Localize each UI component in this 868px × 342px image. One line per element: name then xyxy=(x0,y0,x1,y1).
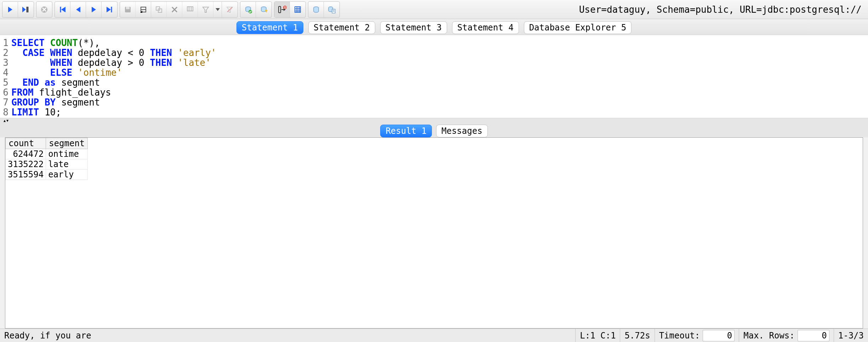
editor-line[interactable]: 3 WHEN depdelay > 0 THEN 'late' xyxy=(0,58,868,68)
copy-row-button[interactable] xyxy=(151,2,167,17)
edit-button-group xyxy=(120,1,238,18)
column-header-segment[interactable]: segment xyxy=(46,138,88,149)
svg-marker-10 xyxy=(92,7,96,12)
cell-segment[interactable]: ontime xyxy=(46,149,88,159)
status-rowrange: 1-3/3 xyxy=(834,329,868,342)
prev-button[interactable] xyxy=(70,2,86,17)
svg-marker-11 xyxy=(107,7,111,12)
svg-rect-36 xyxy=(284,6,285,8)
collapse-down-icon: ▼ xyxy=(6,119,8,122)
last-button[interactable] xyxy=(102,2,117,17)
stop-button[interactable] xyxy=(36,2,52,17)
transaction-mode-button[interactable] xyxy=(274,2,290,17)
result-tab-result-1[interactable]: Result 1 xyxy=(380,125,432,137)
insert-row-button[interactable] xyxy=(136,2,151,17)
svg-rect-38 xyxy=(295,7,301,12)
table-row[interactable]: 3515594early xyxy=(6,170,88,180)
stop-button-group xyxy=(36,1,52,18)
cell-segment[interactable]: late xyxy=(46,159,88,170)
column-header-count[interactable]: count xyxy=(6,138,46,149)
line-number: 7 xyxy=(0,97,10,107)
db-object-button[interactable] xyxy=(324,2,339,17)
statement-tabs: Statement 1Statement 2Statement 3Stateme… xyxy=(0,19,868,35)
cell-count[interactable]: 624472 xyxy=(6,149,46,159)
result-tabs: Result 1Messages xyxy=(0,123,868,137)
status-cursor: L:1 C:1 xyxy=(576,329,620,342)
line-number: 2 xyxy=(0,48,10,58)
tab-statement-2[interactable]: Statement 2 xyxy=(308,21,375,34)
timeout-label: Timeout: xyxy=(659,331,700,341)
line-number: 5 xyxy=(0,78,10,87)
tab-statement-3[interactable]: Statement 3 xyxy=(380,21,447,34)
timeout-input[interactable] xyxy=(703,330,735,341)
nav-button-group xyxy=(55,1,118,18)
filter-dropdown-button[interactable] xyxy=(213,2,222,17)
cell-count[interactable]: 3135222 xyxy=(6,159,46,170)
delete-row-button[interactable] xyxy=(167,2,182,17)
status-message: Ready, if you are xyxy=(0,329,576,342)
editor-line[interactable]: 5 END as segment xyxy=(0,78,868,87)
toolbar: User=dataguy, Schema=public, URL=jdbc:po… xyxy=(0,0,868,19)
run-script-button[interactable] xyxy=(18,2,34,17)
result-grid[interactable]: countsegment624472ontime3135222late35155… xyxy=(5,137,863,329)
svg-marker-0 xyxy=(8,7,12,12)
line-number: 4 xyxy=(0,68,10,78)
line-number: 3 xyxy=(0,58,10,68)
line-number: 1 xyxy=(0,38,10,48)
status-bar: Ready, if you are L:1 C:1 5.72s Timeout:… xyxy=(0,329,868,342)
table-row[interactable]: 3135222late xyxy=(6,159,88,170)
tab-statement-4[interactable]: Statement 4 xyxy=(452,21,519,34)
editor-line[interactable]: 1SELECT COUNT(*), xyxy=(0,38,868,48)
svg-marker-1 xyxy=(22,7,26,12)
grid-view-button[interactable] xyxy=(290,2,305,17)
splitter-handle[interactable]: ▲▼ xyxy=(0,118,868,123)
tab-database-explorer-5[interactable]: Database Explorer 5 xyxy=(524,21,632,34)
first-button[interactable] xyxy=(55,2,70,17)
clear-filter-button[interactable] xyxy=(222,2,238,17)
commit-button[interactable] xyxy=(240,2,256,17)
line-number: 8 xyxy=(0,107,10,117)
db-button-group xyxy=(240,1,272,18)
line-number: 6 xyxy=(0,87,10,97)
table-row[interactable]: 624472ontime xyxy=(6,149,88,159)
collapse-up-icon: ▲ xyxy=(4,119,6,122)
status-maxrows: Max. Rows: xyxy=(739,329,834,342)
svg-rect-22 xyxy=(187,7,193,11)
cell-count[interactable]: 3515594 xyxy=(6,170,46,180)
db-explorer-button[interactable] xyxy=(308,2,324,17)
svg-marker-8 xyxy=(61,7,65,12)
rollback-button[interactable] xyxy=(256,2,272,17)
svg-rect-37 xyxy=(284,8,285,9)
editor-line[interactable]: 7GROUP BY segment xyxy=(0,97,868,107)
maxrows-input[interactable] xyxy=(798,330,829,341)
editor-line[interactable]: 4 ELSE 'ontime' xyxy=(0,68,868,78)
status-timeout: Timeout: xyxy=(655,329,739,342)
cell-segment[interactable]: early xyxy=(46,170,88,180)
result-tab-messages[interactable]: Messages xyxy=(436,125,488,137)
status-timing: 5.72s xyxy=(620,329,655,342)
run-button-group xyxy=(2,1,34,18)
svg-rect-33 xyxy=(279,6,281,13)
next-button[interactable] xyxy=(86,2,102,17)
svg-marker-9 xyxy=(76,7,80,12)
save-button[interactable] xyxy=(120,2,136,17)
svg-marker-26 xyxy=(216,8,220,11)
select-columns-button[interactable] xyxy=(182,2,198,17)
svg-rect-14 xyxy=(126,7,130,9)
maxrows-label: Max. Rows: xyxy=(743,331,795,341)
filter-button[interactable] xyxy=(198,2,213,17)
svg-line-28 xyxy=(227,7,232,12)
editor-line[interactable]: 6FROM flight_delays xyxy=(0,87,868,97)
run-button[interactable] xyxy=(2,2,18,17)
connection-info: User=dataguy, Schema=public, URL=jdbc:po… xyxy=(579,4,866,15)
editor-line[interactable]: 8LIMIT 10; xyxy=(0,107,868,117)
editor-line[interactable]: 2 CASE WHEN depdelay < 0 THEN 'early' xyxy=(0,48,868,58)
tab-statement-1[interactable]: Statement 1 xyxy=(236,21,303,34)
svg-marker-25 xyxy=(203,7,209,12)
misc-button-group xyxy=(274,1,306,18)
sql-editor[interactable]: 1SELECT COUNT(*),2 CASE WHEN depdelay < … xyxy=(0,35,868,118)
dbexplorer-button-group xyxy=(308,1,340,18)
